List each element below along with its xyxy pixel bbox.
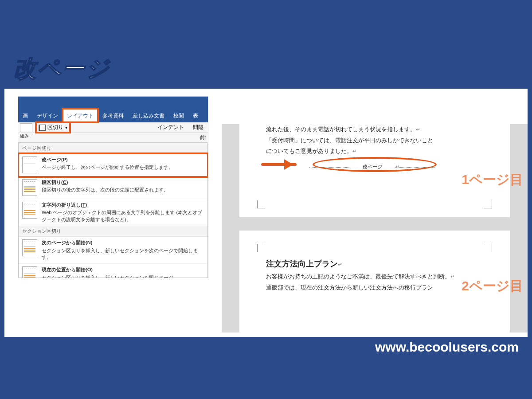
toolbar-row: 区切り ▾ インデント 間隔	[18, 122, 208, 133]
menu-item-next-page[interactable]: 次のページから開始(N) セクション区切りを挿入し、新しいセクションを次のページ…	[19, 237, 207, 264]
menu-item-column-break[interactable]: 段区切り(C) 段区切りの後の文字列は、次の段の先頭に配置されます。	[19, 176, 207, 199]
page-break-label: 改ページ	[349, 162, 395, 172]
annotation-arrow-icon	[261, 163, 297, 166]
spacing-label: 間隔	[188, 124, 208, 131]
document-panel: 流れた後、そのまま電話が切れてしまう状況を指します。↵ 「受付時間」については、…	[222, 124, 528, 332]
before-label: 前:	[200, 134, 206, 141]
body-text: 流れた後、そのまま電話が切れてしまう状況を指します。↵	[266, 124, 483, 135]
tab-review[interactable]: 校閲	[169, 109, 188, 122]
menu-item-text: 次のページから開始(N) セクション区切りを挿入し、新しいセクションを次のページ…	[42, 239, 204, 261]
annotation-page2-label: 2ページ目	[462, 277, 523, 295]
menu-item-page-break[interactable]: 改ページ(P) ページが終了し、次のページが開始する位置を指定します。	[19, 154, 207, 176]
page-break-marker: 改ページ↵	[266, 161, 483, 172]
tab-mailings[interactable]: 差し込み文書	[128, 109, 169, 122]
body-text: についてもご意見がありました。↵	[266, 146, 483, 157]
text-wrap-icon	[22, 202, 37, 219]
menu-group-section-breaks: セクション区切り	[19, 226, 207, 237]
tab-design[interactable]: デザイン	[32, 109, 63, 122]
body-text: 通販部では、現在の注文方法から新しい注文方法への移行プラン	[266, 282, 483, 293]
menu-item-continuous[interactable]: 現在の位置から開始(O) セクション区切りを挿入し、新しいセクションを同じページ	[19, 264, 207, 278]
tab-picture[interactable]: 画	[18, 109, 32, 122]
menu-item-text-wrapping[interactable]: 文字列の折り返し(T) Web ページのオブジェクトの周囲にある文字列を分離しま…	[19, 199, 207, 226]
document-heading: 注文方法向上プラン↵	[266, 256, 483, 271]
breaks-dropdown: ページ区切り 改ページ(P) ページが終了し、次のページが開始する位置を指定しま…	[18, 143, 208, 278]
body-text: お客様がお持ちの上記のようなご不満は、最優先で解決すべきと判断。↵	[266, 271, 483, 282]
chevron-down-icon: ▾	[65, 125, 67, 130]
kumi-label: 組み	[20, 133, 29, 139]
page-corner-icon	[484, 244, 492, 252]
content-canvas: 画 デザイン レイアウト 参考資料 差し込み文書 校閲 表 区切り ▾ インデン…	[4, 89, 528, 337]
tab-table[interactable]: 表	[188, 109, 203, 122]
toolbar-subrow: 組み 前:	[18, 133, 208, 143]
menu-group-page-breaks: ページ区切り	[19, 143, 207, 154]
menu-item-text: 段区切り(C) 段区切りの後の文字列は、次の段の先頭に配置されます。	[42, 179, 168, 196]
continuous-icon	[22, 266, 37, 278]
menu-item-text: 文字列の折り返し(T) Web ページのオブジェクトの周囲にある文字列を分離しま…	[42, 202, 204, 223]
breaks-button[interactable]: 区切り ▾	[35, 121, 71, 133]
body-text: 「受付時間」については、電話注文が平日のみしかできないこと	[266, 135, 483, 146]
next-page-icon	[22, 239, 37, 256]
tab-layout[interactable]: レイアウト	[63, 109, 98, 122]
ribbon-panel: 画 デザイン レイアウト 参考資料 差し込み文書 校閲 表 区切り ▾ インデン…	[18, 96, 208, 278]
column-break-icon	[22, 179, 37, 196]
annotation-page1-label: 1ページ目	[462, 171, 523, 189]
menu-item-text: 改ページ(P) ページが終了し、次のページが開始する位置を指定します。	[42, 156, 173, 173]
page-title: 改ページ	[13, 53, 110, 84]
margins-icon[interactable]	[20, 123, 32, 132]
page-corner-icon	[257, 244, 265, 252]
site-url: www.becoolusers.com	[375, 340, 519, 355]
page-corner-icon	[257, 200, 265, 208]
ribbon-header: 画 デザイン レイアウト 参考資料 差し込み文書 校閲 表	[18, 97, 208, 122]
indent-label: インデント	[153, 124, 188, 131]
page-corner-icon	[484, 200, 492, 208]
tab-references[interactable]: 参考資料	[98, 109, 128, 122]
breaks-label: 区切り	[47, 124, 63, 131]
page-break-icon	[22, 156, 37, 173]
menu-item-text: 現在の位置から開始(O) セクション区切りを挿入し、新しいセクションを同じページ	[42, 266, 173, 278]
ribbon-tabs: 画 デザイン レイアウト 参考資料 差し込み文書 校閲 表	[18, 109, 203, 122]
breaks-icon	[39, 125, 46, 131]
